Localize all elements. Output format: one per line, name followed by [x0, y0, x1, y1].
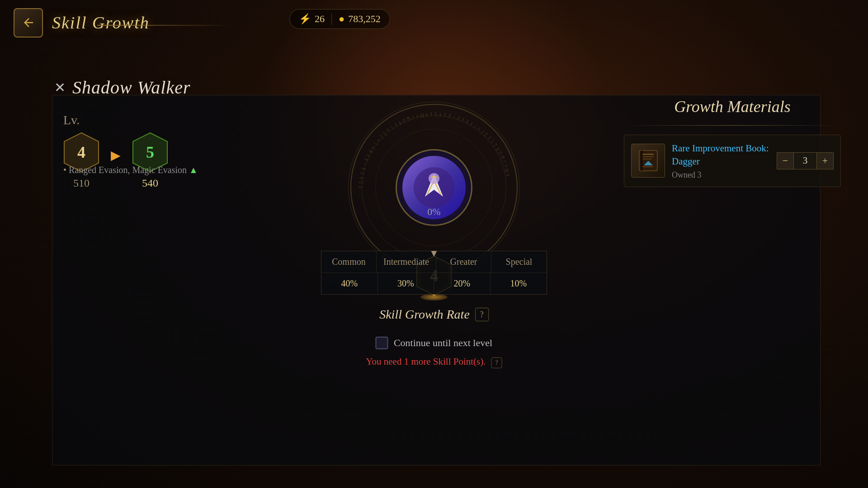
title-decoration	[97, 25, 233, 26]
currency-display: ⚡ 26 ● 783,252	[289, 9, 390, 29]
current-level-number: 4	[77, 143, 85, 162]
energy-icon: ⚡	[299, 13, 311, 25]
current-exp: 510	[73, 177, 90, 189]
page-title: Skill Growth	[52, 13, 150, 33]
stat-bullet: •	[63, 165, 66, 175]
material-book-icon	[637, 148, 660, 173]
prob-value-common: 40%	[321, 273, 378, 294]
prob-header-common: Common	[321, 251, 377, 272]
gold-icon: ●	[339, 13, 344, 25]
energy-currency: ⚡ 26	[299, 13, 325, 25]
back-button[interactable]	[14, 8, 43, 38]
svg-rect-8	[641, 150, 643, 171]
material-icon	[631, 144, 665, 178]
svg-rect-10	[642, 156, 654, 157]
skill-name-header: ✕ Shadow Walker	[54, 77, 191, 98]
warning-help-icon[interactable]: ?	[491, 357, 502, 368]
prob-header-greater: Greater	[436, 251, 491, 272]
energy-amount: 26	[315, 13, 325, 25]
quantity-decrease-button[interactable]: −	[777, 152, 794, 169]
growth-materials-panel: Growth Materials Rare Improvement Book: …	[624, 97, 841, 187]
skill-icon-wrapper: 0%	[396, 149, 472, 226]
skill-growth-rate-label: Skill Growth Rate	[379, 307, 470, 322]
continue-section: Continue until next level You need 1 mor…	[366, 337, 502, 368]
stat-up-icon: ▲	[189, 165, 198, 175]
stat-text: Ranged Evasion, Magic Evasion	[69, 165, 187, 175]
svg-rect-9	[642, 154, 654, 155]
quantity-increase-button[interactable]: +	[816, 152, 834, 169]
next-level-number: 5	[146, 143, 154, 162]
material-item: Rare Improvement Book: Dagger Owned 3 − …	[624, 135, 841, 187]
currency-divider	[331, 14, 332, 25]
header: Skill Growth	[0, 0, 868, 45]
material-info: Rare Improvement Book: Dagger Owned 3	[672, 142, 770, 180]
level-arrow-icon: ▶	[111, 148, 121, 163]
skill-stats: • Ranged Evasion, Magic Evasion ▲	[63, 163, 198, 177]
gold-amount: 783,252	[348, 13, 381, 25]
prob-table-arrow: ▼	[429, 248, 439, 259]
skill-icon-svg	[411, 165, 457, 210]
prob-header-intermediate: Intermediate	[377, 251, 436, 272]
back-arrow-icon	[22, 16, 35, 29]
quantity-control: − 3 +	[777, 152, 834, 169]
skill-points-warning: You need 1 more Skill Point(s). ?	[366, 356, 502, 368]
skill-progress-percent: 0%	[427, 206, 440, 218]
skill-type-icon: ✕	[54, 80, 66, 95]
prob-header-special: Special	[491, 251, 547, 272]
svg-rect-13	[642, 166, 654, 167]
material-name: Rare Improvement Book: Dagger	[672, 142, 770, 169]
gold-currency: ● 783,252	[339, 13, 381, 25]
lv-label: Lv.	[63, 113, 168, 127]
quantity-value: 3	[794, 152, 816, 169]
skill-name-text: Shadow Walker	[72, 77, 191, 98]
prob-value-greater: 20%	[434, 273, 491, 294]
continue-checkbox-row: Continue until next level	[376, 337, 492, 349]
skill-growth-rate-help[interactable]: ?	[475, 308, 489, 321]
materials-divider	[624, 125, 841, 126]
svg-rect-11	[642, 159, 651, 160]
badge-glow	[420, 294, 448, 300]
material-owned: Owned 3	[672, 170, 770, 180]
prob-value-intermediate: 30%	[378, 273, 434, 294]
growth-materials-title: Growth Materials	[624, 97, 841, 116]
svg-point-4	[429, 173, 439, 184]
next-exp: 540	[142, 177, 158, 189]
prob-value-special: 10%	[491, 273, 547, 294]
level-progression: 4 510 ▶ 5 540	[63, 132, 168, 189]
continue-label: Continue until next level	[394, 337, 492, 349]
skill-growth-rate-section: Skill Growth Rate ?	[379, 307, 489, 322]
level-section: Lv. 4 510 ▶ 5 540	[63, 113, 168, 189]
continue-checkbox[interactable]	[376, 337, 388, 349]
prob-value-row: 40% 30% 20% 10%	[321, 273, 547, 294]
